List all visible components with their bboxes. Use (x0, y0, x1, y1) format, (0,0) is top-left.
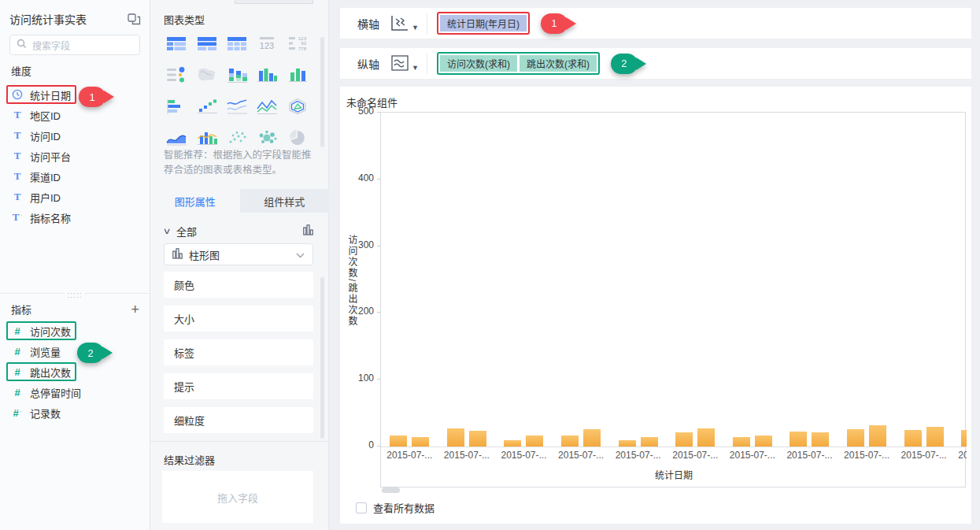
properties-scrollbar[interactable] (320, 277, 324, 439)
bar[interactable] (961, 430, 967, 447)
property-card[interactable]: 大小 (164, 306, 313, 332)
bar[interactable] (869, 425, 886, 447)
chart-widget[interactable]: 未命名组件 访问次数/跳出次数 0100200300400500 2015-07… (340, 87, 971, 524)
metric-item[interactable]: #总停留时间 (6, 383, 87, 402)
dimension-item[interactable]: T访问平台 (6, 146, 76, 165)
x-axis-row: 横轴 ▼ 统计日期(年月日) 1 (340, 8, 971, 39)
y-axis-type-button[interactable]: ▼ (390, 55, 419, 72)
dimension-label: 统计日期 (30, 87, 71, 102)
view-all-checkbox[interactable] (356, 502, 367, 513)
dimension-label: 访问平台 (30, 149, 71, 164)
radar-chart-icon[interactable] (283, 96, 312, 117)
metric-item[interactable]: #跳出次数 (6, 362, 76, 381)
view-all-label: 查看所有数据 (373, 500, 435, 515)
x-axis-type-button[interactable]: ▼ (390, 15, 419, 32)
step-scatter-chart-icon[interactable] (191, 96, 221, 117)
tab-graphic-attributes[interactable]: 图形属性 (150, 189, 240, 213)
metric-label: 浏览量 (30, 344, 61, 359)
switch-dataset-icon[interactable] (128, 13, 141, 25)
x-tick-label: 2015-07-... (553, 450, 610, 461)
dimension-item[interactable]: Tˈ指标名称 (6, 208, 76, 227)
tab-component-style[interactable]: 组件样式 (240, 189, 330, 213)
bar[interactable] (469, 431, 486, 447)
bar-group (952, 113, 967, 447)
bar[interactable] (675, 432, 693, 447)
dimension-item[interactable]: T渠道ID (6, 167, 72, 186)
metric-item[interactable]: #ˈ记录数 (6, 403, 72, 422)
add-metric-button[interactable]: + (131, 304, 139, 315)
dimension-item[interactable]: T地区ID (6, 106, 72, 124)
bubble-chart-icon[interactable] (252, 128, 282, 148)
y-tick-label: 200 (340, 306, 374, 317)
x-axis-line (381, 447, 967, 447)
bar[interactable] (755, 435, 772, 447)
kpi-list-chart-icon[interactable]: 12390778 (283, 33, 312, 54)
bar[interactable] (390, 435, 407, 447)
bar[interactable] (504, 440, 521, 447)
bar-chart-icon[interactable] (283, 65, 312, 85)
filter-dropzone[interactable]: 拖入字段 (162, 471, 313, 523)
stacked-bar-chart-icon[interactable] (222, 65, 252, 85)
area-chart-icon[interactable] (161, 128, 191, 148)
bar[interactable] (904, 430, 922, 447)
number-icon: # (12, 325, 23, 337)
dimension-item[interactable]: T用户ID (6, 187, 72, 206)
dimension-item[interactable]: 统计日期 (6, 85, 76, 104)
bar[interactable] (619, 440, 636, 447)
x-axis-title: 统计日期 (381, 468, 967, 481)
property-card[interactable]: 提示 (164, 373, 313, 399)
property-card[interactable]: 标签 (164, 339, 313, 365)
bar[interactable] (697, 428, 715, 447)
y-axis-field-pill[interactable]: 跳出次数(求和) (520, 55, 597, 72)
progress-list-chart-icon[interactable] (161, 65, 191, 85)
table-chart-icon[interactable] (161, 33, 191, 54)
property-card[interactable]: 颜色 (164, 272, 313, 298)
map-chart-icon[interactable] (191, 65, 221, 85)
all-fields-row[interactable]: ∨ 全部 (164, 224, 313, 239)
scatter-chart-icon[interactable] (222, 128, 252, 148)
table-multi-chart-icon[interactable] (191, 33, 221, 54)
bar[interactable] (847, 429, 864, 447)
metric-item[interactable]: #访问次数 (6, 321, 76, 340)
x-tick-label: 2015-07-... (609, 450, 667, 461)
line-chart-icon[interactable] (222, 96, 252, 117)
horizontal-scrollbar[interactable] (382, 487, 400, 493)
bar[interactable] (812, 432, 829, 447)
bar[interactable] (412, 437, 429, 447)
cross-table-chart-icon[interactable] (222, 33, 252, 54)
field-panel: 访问统计事实表 搜索字段 维度 统计日期T地区IDT访问IDT访问平台T渠道ID… (0, 0, 150, 530)
x-axis-field-pill[interactable]: 统计日期(年月日) (440, 15, 527, 32)
y-axis-field-pill[interactable]: 访问次数(求和) (440, 55, 517, 72)
x-tick-label: 2015-07-... (895, 450, 952, 461)
text-icon: T (12, 150, 23, 162)
bar[interactable] (733, 437, 750, 447)
dimension-item[interactable]: T访问ID (6, 126, 72, 145)
y-tick-label: 400 (340, 172, 374, 183)
view-all-data-row: 查看所有数据 (356, 500, 435, 515)
kpi-number-chart-icon[interactable]: 123 (252, 33, 282, 54)
svg-text:123: 123 (260, 41, 274, 50)
metric-item[interactable]: #浏览量 (6, 342, 72, 361)
pie-chart-icon[interactable] (283, 128, 312, 148)
grouped-bar-chart-icon[interactable] (252, 65, 282, 85)
combo-chart-icon[interactable] (191, 128, 221, 148)
bar[interactable] (583, 429, 601, 447)
line-area-chart-icon[interactable] (252, 96, 282, 117)
bar[interactable] (561, 435, 579, 447)
chart-type-select[interactable]: 柱形图 (164, 243, 313, 265)
bar[interactable] (526, 435, 543, 447)
column-chart-icon (303, 224, 313, 238)
svg-text:778: 778 (298, 46, 307, 51)
y-axis-icon (390, 55, 409, 72)
chart-type-scrollbar[interactable] (320, 37, 324, 147)
bar[interactable] (447, 428, 464, 447)
bar[interactable] (926, 427, 944, 447)
dimensions-label: 维度 (11, 63, 31, 78)
chart-config-panel: 图表类型 12312390778 智能推荐：根据拖入的字段智能推荐合适的图表或表… (150, 0, 329, 530)
search-input[interactable]: 搜索字段 (9, 35, 140, 55)
x-tick-label: 2015-07-... (381, 450, 438, 461)
bar[interactable] (790, 432, 807, 447)
property-card[interactable]: 细粒度 (164, 407, 313, 433)
horizontal-bar-chart-icon[interactable] (161, 96, 191, 117)
bar[interactable] (641, 437, 658, 447)
